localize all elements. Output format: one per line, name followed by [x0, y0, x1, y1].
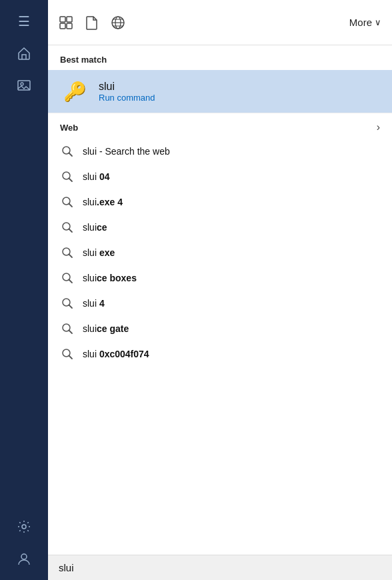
sidebar-bottom: [11, 513, 37, 572]
search-bar: [48, 555, 392, 580]
search-icon-2: [60, 195, 75, 209]
web-section-header[interactable]: Web ›: [48, 113, 392, 139]
search-icon-5: [60, 271, 75, 285]
web-item-2[interactable]: slui.exe 4: [48, 189, 392, 215]
grid-icon[interactable]: [59, 15, 73, 30]
more-label: More: [349, 17, 372, 28]
svg-line-16: [69, 179, 73, 182]
svg-line-30: [69, 356, 73, 359]
web-label: Web: [60, 123, 78, 133]
web-item-8[interactable]: slui 0xc004f074: [48, 341, 392, 367]
web-item-text-8: slui 0xc004f074: [83, 349, 149, 359]
toolbar: More ∨: [48, 0, 392, 45]
search-icon-8: [60, 347, 75, 361]
toolbar-icons: [59, 15, 339, 30]
user-icon[interactable]: [11, 545, 37, 572]
search-results: Best match 🔑 slui Run command Web › slui…: [48, 45, 392, 555]
web-arrow-icon: ›: [377, 121, 380, 133]
web-item-text-3: sluice: [83, 222, 107, 233]
svg-point-1: [21, 83, 23, 85]
best-match-label: Best match: [48, 45, 392, 70]
search-icon-3: [60, 220, 75, 235]
best-match-title: slui: [99, 81, 155, 93]
best-match-app-icon: 🔑: [60, 77, 89, 106]
search-icon-6: [60, 296, 75, 311]
web-item-text-5: sluice boxes: [83, 273, 137, 283]
sidebar: ☰: [0, 0, 48, 580]
web-item-text-2: slui.exe 4: [83, 197, 123, 207]
main-panel: More ∨ Best match 🔑 slui Run command Web…: [48, 0, 392, 580]
best-match-text: slui Run command: [99, 81, 155, 103]
web-item-6[interactable]: slui 4: [48, 291, 392, 316]
document-icon[interactable]: [85, 15, 99, 30]
web-item-text-6: slui 4: [83, 298, 105, 309]
best-match-item[interactable]: 🔑 slui Run command: [48, 70, 392, 113]
sidebar-top: ☰: [11, 8, 37, 99]
home-icon[interactable]: [11, 40, 37, 67]
search-icon-0: [60, 144, 75, 159]
svg-line-14: [69, 153, 73, 157]
svg-rect-6: [60, 23, 65, 29]
web-item-text-7: sluice gate: [83, 323, 129, 334]
search-icon-7: [60, 321, 75, 336]
hamburger-menu-icon[interactable]: ☰: [11, 8, 37, 35]
chevron-down-icon: ∨: [375, 17, 381, 27]
web-item-4[interactable]: slui exe: [48, 240, 392, 265]
settings-icon[interactable]: [11, 513, 37, 540]
web-item-1[interactable]: slui 04: [48, 164, 392, 189]
svg-rect-7: [67, 23, 72, 29]
web-item-7[interactable]: sluice gate: [48, 316, 392, 341]
search-icon-4: [60, 245, 75, 260]
web-item-text-0: slui - Search the web: [83, 146, 170, 157]
globe-icon[interactable]: [111, 15, 125, 30]
photo-icon[interactable]: [11, 72, 37, 99]
best-match-subtitle: Run command: [99, 93, 155, 103]
svg-line-22: [69, 255, 73, 258]
web-item-text-4: slui exe: [83, 247, 115, 258]
svg-line-18: [69, 204, 73, 207]
search-icon-1: [60, 169, 75, 184]
svg-line-28: [69, 331, 73, 334]
svg-point-2: [22, 525, 26, 529]
web-item-0[interactable]: slui - Search the web: [48, 139, 392, 164]
svg-line-26: [69, 305, 73, 309]
web-item-text-1: slui 04: [83, 171, 109, 182]
web-item-3[interactable]: sluice: [48, 215, 392, 240]
svg-rect-4: [60, 17, 65, 22]
svg-rect-5: [67, 17, 72, 22]
svg-line-24: [69, 280, 73, 283]
web-item-5[interactable]: sluice boxes: [48, 265, 392, 291]
svg-line-20: [69, 229, 73, 233]
svg-point-3: [21, 554, 27, 559]
search-input[interactable]: [59, 562, 381, 573]
more-button[interactable]: More ∨: [349, 17, 381, 28]
